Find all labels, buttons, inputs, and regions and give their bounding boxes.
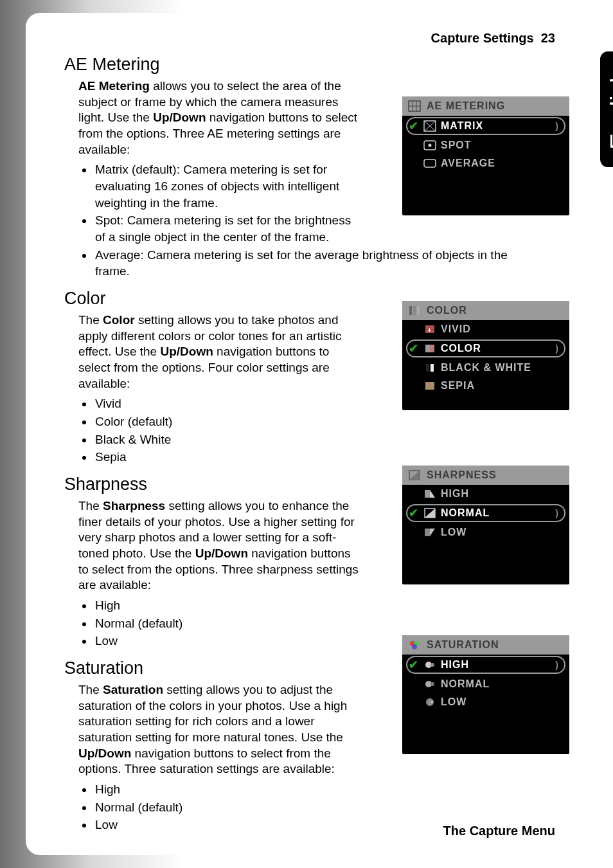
- sharp-menu-label-normal: NORMAL: [441, 507, 551, 519]
- svg-rect-10: [409, 306, 412, 315]
- palette-icon: [407, 305, 422, 316]
- spot-icon: [423, 140, 437, 151]
- arrow-right-icon: ): [555, 660, 559, 670]
- check-icon: ✔: [409, 341, 419, 356]
- sat-menu: SATURATION ✔ HIGH ) NORMAL LOW: [402, 635, 569, 754]
- arrow-right-icon: ): [555, 121, 559, 131]
- sharp-menu-item-high[interactable]: HIGH: [402, 485, 569, 503]
- sat-bullet-2: Normal (default): [94, 799, 364, 816]
- sharp-menu-item-low[interactable]: LOW: [402, 523, 569, 541]
- sat-menu-title: SATURATION: [427, 639, 564, 651]
- sat-menu-label-normal: NORMAL: [441, 678, 563, 690]
- color-bullet-1: Vivid: [94, 395, 364, 412]
- header-page: 23: [541, 31, 555, 45]
- matrix-icon: [423, 120, 437, 132]
- sat-menu-label-low: LOW: [441, 696, 563, 708]
- sat-menu-item-normal[interactable]: NORMAL: [402, 675, 569, 693]
- color-bullets: Vivid Color (default) Black & White Sepi…: [94, 395, 364, 466]
- ae-intro: AE Metering allows you to select the are…: [78, 78, 361, 158]
- sat-intro: The Saturation setting allows you to adj…: [78, 682, 361, 777]
- svg-marker-23: [430, 490, 435, 498]
- sat-menu-item-high[interactable]: ✔ HIGH ): [406, 656, 565, 674]
- svg-point-30: [412, 644, 417, 649]
- svg-rect-22: [425, 490, 430, 498]
- sat-intro-t0: The: [78, 683, 103, 696]
- sharp-intro-updown: Up/Down: [195, 547, 248, 560]
- ae-menu-header: AE METERING: [402, 96, 569, 116]
- vivid-icon: +: [423, 323, 437, 335]
- svg-rect-26: [425, 529, 430, 536]
- arrow-right-icon: ): [555, 343, 559, 354]
- sharp-menu-header: SHARPNESS: [402, 466, 569, 485]
- sharp-menu: SHARPNESS HIGH ✔ NORMAL ) LOW: [402, 466, 569, 584]
- color-intro-updown: Up/Down: [160, 345, 213, 358]
- sat-high-icon: [423, 659, 437, 671]
- svg-point-8: [429, 144, 432, 147]
- color-bullet-4: Sepia: [94, 449, 364, 466]
- sat-low-icon: [423, 696, 437, 708]
- color-menu-label-color: COLOR: [441, 343, 551, 354]
- sharpness-icon: [407, 469, 422, 481]
- color-intro-bold: Color: [103, 313, 135, 327]
- sharp-menu-label-high: HIGH: [441, 488, 563, 500]
- color-menu-item-bw[interactable]: BLACK & WHITE: [402, 359, 569, 377]
- color-menu-label-vivid: VIVID: [441, 323, 563, 335]
- sharp-menu-item-normal[interactable]: ✔ NORMAL ): [406, 504, 565, 522]
- section-title-ae: AE Metering: [64, 55, 555, 75]
- color-menu-item-color[interactable]: ✔ COLOR ): [406, 339, 565, 357]
- color-menu-item-sepia[interactable]: SEPIA: [402, 377, 569, 395]
- ae-menu: AE METERING ✔ MATRIX ) SPOT AVERAGE: [402, 96, 569, 215]
- sat-bullet-3: Low: [94, 817, 364, 833]
- ae-menu-label-average: AVERAGE: [441, 158, 563, 169]
- color-bullet-2: Color (default): [94, 413, 364, 430]
- svg-rect-17: [426, 364, 429, 372]
- color-intro: The Color setting allows you to take pho…: [78, 312, 361, 392]
- ae-bullet-2: Spot: Camera metering is set for the bri…: [94, 212, 364, 245]
- svg-rect-15: [425, 345, 430, 352]
- color-menu-header: COLOR: [402, 301, 569, 320]
- svg-rect-18: [431, 364, 434, 372]
- saturation-icon: [407, 639, 422, 651]
- language-tab-label: English: [606, 69, 613, 150]
- check-icon: ✔: [409, 119, 419, 133]
- ae-menu-item-average[interactable]: AVERAGE: [402, 154, 569, 172]
- ae-menu-title: AE METERING: [427, 100, 564, 112]
- sat-bullets: High Normal (default) Low: [94, 781, 364, 833]
- page-header: Capture Settings 23: [64, 31, 555, 46]
- color-menu-title: COLOR: [427, 305, 564, 316]
- sharp-normal-icon: [423, 507, 437, 519]
- ae-intro-updown: Up/Down: [153, 111, 206, 124]
- svg-rect-16: [430, 345, 434, 352]
- color-intro-t0: The: [78, 313, 103, 327]
- language-tab: English: [600, 51, 613, 167]
- sharp-bullet-1: High: [94, 597, 364, 614]
- svg-point-34: [431, 682, 434, 686]
- svg-rect-9: [424, 159, 436, 167]
- sat-bullet-1: High: [94, 781, 364, 798]
- sat-menu-label-high: HIGH: [441, 659, 551, 671]
- header-section: Capture Settings: [431, 31, 534, 45]
- check-icon: ✔: [409, 506, 419, 520]
- sepia-icon: [423, 380, 437, 392]
- svg-point-32: [431, 663, 434, 667]
- ae-menu-item-spot[interactable]: SPOT: [402, 136, 569, 154]
- sat-menu-item-low[interactable]: LOW: [402, 693, 569, 711]
- color-menu: COLOR + VIVID ✔ COLOR ) BLACK & WHITE SE…: [402, 301, 569, 410]
- sharp-intro-t0: The: [78, 499, 103, 512]
- average-icon: [423, 158, 437, 169]
- sharp-menu-title: SHARPNESS: [427, 469, 564, 481]
- color-menu-item-vivid[interactable]: + VIVID: [402, 320, 569, 338]
- svg-rect-11: [413, 306, 416, 315]
- svg-point-36: [431, 701, 433, 703]
- color-icon: [423, 343, 437, 354]
- sharp-bullet-2: Normal (default): [94, 615, 364, 632]
- sat-normal-icon: [423, 678, 437, 690]
- svg-marker-27: [430, 529, 435, 536]
- ae-menu-item-matrix[interactable]: ✔ MATRIX ): [406, 117, 565, 135]
- ae-bullet-1: Matrix (default): Camera metering is set…: [94, 161, 364, 211]
- svg-marker-21: [409, 471, 420, 480]
- svg-rect-19: [425, 382, 434, 390]
- ae-menu-label-matrix: MATRIX: [441, 120, 551, 132]
- grid-icon: [407, 100, 422, 112]
- ae-menu-label-spot: SPOT: [441, 140, 563, 151]
